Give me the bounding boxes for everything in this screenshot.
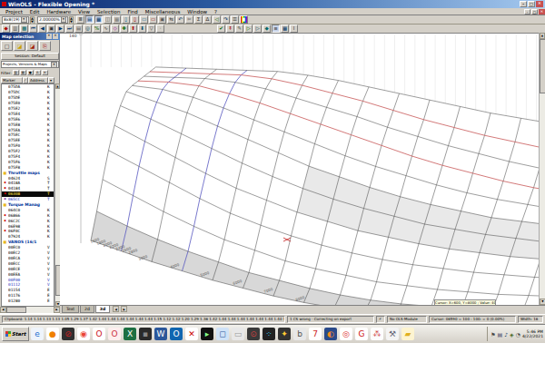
media-icon[interactable]: ● [46, 328, 59, 340]
map-size-combo[interactable]: 8x8(19)▾ [2, 16, 29, 24]
zoom-combo[interactable]: 2.00000%▾ [37, 16, 68, 24]
scroll-left-icon[interactable]: ◀ [0, 307, 6, 313]
scroll-down-icon[interactable]: ▼ [540, 299, 545, 305]
marker-icon[interactable]: ◇ [111, 24, 119, 33]
map-folder-row[interactable]: ■Throttle maps [2, 170, 54, 175]
folder-icon[interactable]: ▰ [401, 328, 414, 340]
tray-net-icon[interactable]: ▤ [498, 331, 503, 338]
map-folder-row[interactable]: ■Torque Manag [2, 202, 54, 208]
delta-icon[interactable]: Δ [203, 15, 212, 24]
map-list-row[interactable]: 00EC2V [2, 250, 54, 256]
tray-volume-icon[interactable]: ♪ [504, 331, 508, 338]
child-minimize-button[interactable]: – [524, 9, 530, 15]
menu-item-window[interactable]: Window [183, 9, 211, 15]
scroll-right-icon[interactable]: ▶ [54, 307, 60, 313]
column-marker[interactable]: Marker [1, 77, 23, 83]
panel-collapse-button[interactable]: ▾ [46, 34, 52, 39]
menu-item-?[interactable]: ? [211, 9, 221, 15]
maximize-button[interactable]: ▢ [528, 1, 535, 7]
opera-icon[interactable]: O [93, 328, 105, 340]
project-icon[interactable]: ◆ [2, 24, 10, 33]
close-button[interactable]: ✕ [536, 1, 543, 7]
map-list-row[interactable]: 075E8K [2, 122, 54, 127]
filter-marked-button[interactable]: ● [27, 70, 34, 75]
run-icon[interactable]: ▷ [244, 24, 253, 33]
gforce-icon[interactable]: G [355, 328, 368, 340]
tri-icon[interactable]: ▽ [147, 24, 155, 33]
tray-shield-icon[interactable]: ◈ [510, 331, 514, 338]
column-sort-arrow[interactable]: ▾ [48, 77, 54, 83]
rows-icon[interactable]: ≡ [272, 24, 280, 33]
map-list-row[interactable]: 00EC0V [2, 245, 54, 250]
session-button[interactable]: Session: Default [1, 53, 59, 60]
menu-item-project[interactable]: Project [2, 9, 26, 15]
zoom-spinner[interactable]: ▲▼ [69, 16, 74, 24]
hex-icon[interactable]: ▥ [11, 24, 19, 33]
percent-icon[interactable]: % [93, 24, 101, 33]
map-list-row[interactable]: 075DEK [2, 95, 54, 101]
explorer-icon[interactable]: ◻ [216, 328, 229, 340]
row-insert-icon[interactable]: ▭ [140, 15, 148, 24]
2d-view-icon[interactable]: ▤ [85, 15, 94, 24]
map-list-row[interactable]: 075E0K [2, 101, 54, 106]
import-icon[interactable]: ⬆ [129, 24, 137, 33]
filter-all-button[interactable]: ▥ [13, 70, 19, 75]
map-list-row[interactable]: 06E98K [2, 223, 54, 229]
search-icon[interactable]: ◎ [84, 24, 92, 33]
dark-app-icon[interactable]: ▪ [139, 328, 152, 340]
menu-item-view[interactable]: View [74, 9, 94, 15]
swap-icon[interactable]: ⇆ [167, 15, 175, 24]
map-list-row[interactable]: 01176E [2, 293, 54, 299]
menu-item-hardware[interactable]: Hardware [43, 9, 74, 15]
combo-arrow-icon[interactable]: ▾ [61, 16, 66, 23]
edit-icon[interactable]: ✎ [235, 24, 243, 33]
record-icon[interactable]: ◎ [340, 328, 352, 340]
export-page-button[interactable]: ⎘ [39, 41, 51, 51]
filter-text-button[interactable]: A [35, 70, 41, 75]
3d-view-icon[interactable]: ▦ [94, 15, 103, 24]
star-app-icon[interactable]: ✦ [278, 328, 291, 340]
map-list-row[interactable]: 00ECCV [2, 260, 54, 266]
nav-stop-icon[interactable]: ▣ [47, 24, 55, 33]
firefox-icon[interactable]: ◐ [324, 328, 337, 340]
pale-app-icon[interactable]: ▭ [232, 328, 244, 340]
map-list-row[interactable]: ●06308T [2, 191, 54, 197]
close-red-icon[interactable]: ✕ [185, 328, 198, 340]
map-list-row[interactable]: 075F8K [2, 164, 54, 170]
connect-icon[interactable]: ✔ [217, 24, 225, 33]
map-list-row[interactable]: 075EEK [2, 138, 54, 143]
map-folder-row[interactable]: ■VANOS (16/1 [2, 240, 54, 245]
tray-clockapp-icon[interactable]: ◔ [516, 331, 520, 338]
winols-icon[interactable]: ⊘ [62, 328, 74, 340]
excel-icon[interactable]: X [124, 328, 136, 340]
map-3d-surface[interactable]: 1401600180020002200240026002800300040005… [60, 33, 539, 305]
grid-icon[interactable]: ▦ [113, 15, 121, 24]
map-list-row[interactable]: 075DAK [2, 84, 54, 90]
map-list-row[interactable]: 075F4K [2, 154, 54, 160]
dots-app-icon[interactable]: ⁘ [263, 328, 275, 340]
original-icon[interactable]: ▣ [158, 15, 166, 24]
filter-clear-button[interactable]: ✕ [42, 70, 48, 75]
outlook-icon[interactable]: O [170, 328, 183, 340]
row-delete-icon[interactable]: ▭ [149, 15, 157, 24]
undo2-icon[interactable]: ↷ [222, 15, 230, 24]
menu-item-selection[interactable]: Selection [94, 9, 124, 15]
run2-icon[interactable]: ▷ [253, 24, 262, 33]
minimize-button[interactable]: – [520, 1, 527, 7]
sum-icon[interactable]: Σ [194, 15, 203, 24]
new-button[interactable]: ▢ [1, 41, 13, 51]
map-list-row[interactable]: ●065CCT [2, 197, 54, 202]
tray-flag-icon[interactable]: ⚑ [490, 331, 495, 338]
gem-icon[interactable]: ◆ [263, 24, 271, 33]
column-address[interactable]: Address [28, 77, 48, 83]
map-list-row[interactable]: ●06C2CK [2, 218, 54, 223]
maplist-icon[interactable]: ▤ [74, 24, 83, 33]
color-scale-icon[interactable]: ▮ [240, 15, 248, 24]
nav-last-icon[interactable]: ⏭ [65, 24, 74, 33]
scroll-up-icon[interactable]: ▲ [540, 33, 545, 39]
map-list-row[interactable]: 00EEAV [2, 271, 54, 277]
map-vertical-scrollbar[interactable]: ▲ ▼ [539, 33, 545, 305]
flame-icon[interactable]: 7 [309, 328, 322, 340]
map-list-row[interactable]: ●06F0CK [2, 229, 54, 234]
upload-icon[interactable]: ↟ [226, 24, 234, 33]
